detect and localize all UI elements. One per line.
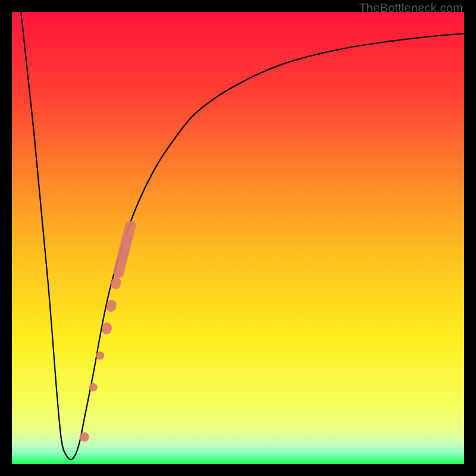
attribution-label: TheBottleneck.com: [359, 1, 463, 15]
chart-plot-area: [12, 12, 464, 464]
chart-svg: [12, 12, 464, 464]
chart-background-gradient: [12, 12, 464, 464]
chart-frame: TheBottleneck.com: [0, 0, 476, 476]
